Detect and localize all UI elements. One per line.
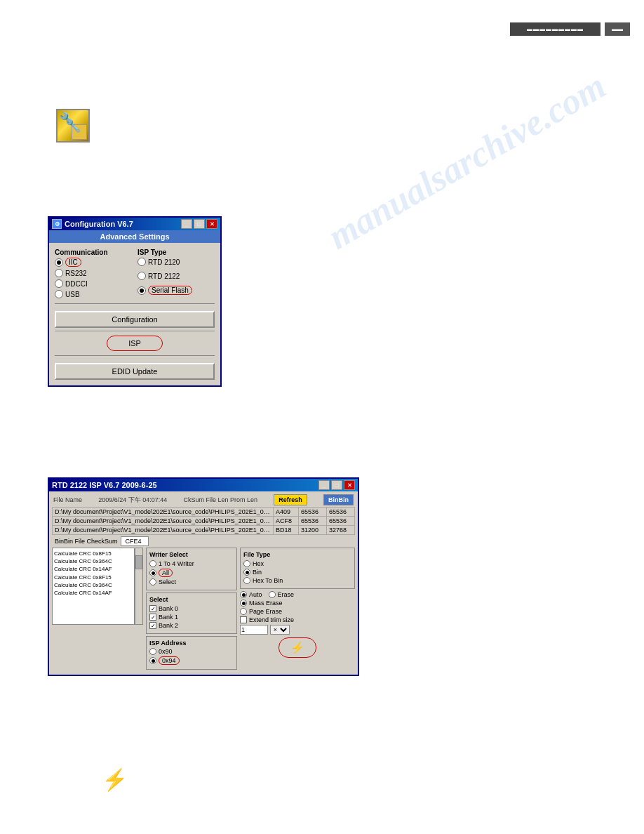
isp-close-btn[interactable]: ✕ [344, 480, 355, 490]
isp-select-section: Select Bank 0 Bank 1 Bank 2 [146, 593, 237, 634]
radio-erase-label: Erase [278, 591, 295, 598]
radio-bin[interactable]: Bin [243, 569, 351, 576]
radio-rtd2120-label: RTD 2120 [148, 258, 180, 266]
isp-bank2-checkbox[interactable] [149, 622, 156, 629]
isp-flash-btn[interactable]: ⚡ [279, 637, 316, 658]
radio-hex-to-bin-label: Hex To Bin [253, 577, 283, 584]
isp-minimize-btn[interactable]: _ [318, 480, 330, 490]
isp-file-type-section: File Type Hex Bin Hex To Bin [240, 548, 355, 589]
radio-all-label: All [159, 569, 173, 577]
radio-auto-circle[interactable] [240, 591, 247, 598]
isp-titlebar-controls: _ □ ✕ [318, 480, 355, 490]
isp-maximize-btn[interactable]: □ [331, 480, 342, 490]
config-comm-isp-row: Communication IIC RS232 DDCCI USB [55, 249, 215, 300]
bottom-icon: ⚡ [102, 767, 128, 792]
isp-bank1-checkbox[interactable] [149, 614, 156, 621]
isp-file-len-0: 65536 [299, 508, 327, 517]
isp-file-path-0: D:\My document\Project\V1_mode\202E1\sou… [53, 508, 274, 517]
radio-rtd2120-circle[interactable] [137, 258, 146, 266]
config-header-text: Advanced Settings [100, 232, 169, 241]
radio-rs232-circle[interactable] [55, 269, 63, 277]
radio-auto-label: Auto [249, 591, 262, 598]
isp-binbin-btn[interactable]: BinBin [323, 494, 354, 505]
radio-usb[interactable]: USB [55, 290, 132, 298]
isp-writer-select-title: Writer Select [149, 551, 234, 558]
radio-all[interactable]: All [149, 569, 234, 577]
radio-serial-flash[interactable]: Serial Flash [137, 286, 215, 295]
config-close-btn[interactable]: ✕ [206, 219, 217, 229]
configuration-window: ⚙ Configuration V6.7 _ □ ✕ Advanced Sett… [48, 216, 222, 387]
top-bar-button-2[interactable]: ▬▬ [605, 22, 630, 36]
isp-refresh-btn[interactable]: Refresh [274, 494, 307, 505]
radio-rtd2122[interactable]: RTD 2122 [137, 272, 215, 280]
isp-writer-select-section: Writer Select 1 To 4 Writer All Select [146, 548, 237, 590]
radio-all-circle[interactable] [149, 569, 156, 576]
radio-iic-circle[interactable] [55, 258, 63, 267]
radio-rtd2120[interactable]: RTD 2120 [137, 258, 215, 266]
config-configuration-btn[interactable]: Configuration [55, 311, 215, 328]
radio-rs232[interactable]: RS232 [55, 269, 132, 277]
radio-page-erase-label: Page Erase [249, 608, 282, 615]
radio-ddcci-circle[interactable] [55, 279, 63, 288]
isp-file-header: File Name 2009/6/24 下午 04:07:44 CkSum Fi… [52, 494, 355, 507]
radio-0x90[interactable]: 0x90 [149, 648, 234, 655]
radio-ddcci-label: DDCCI [65, 280, 88, 288]
radio-select-circle[interactable] [149, 578, 156, 585]
config-isp-type-col: ISP Type RTD 2120 RTD 2122 Serial Flash [137, 249, 215, 300]
isp-bank0-checkbox[interactable] [149, 605, 156, 612]
isp-file-path-1: D:\My document\Project\V1_mode\202E1\sou… [53, 517, 274, 526]
isp-log-scrollbar[interactable] [135, 548, 143, 625]
radio-1to4writer[interactable]: 1 To 4 Writer [149, 560, 234, 567]
isp-page-erase-row: Page Erase [240, 608, 355, 615]
radio-usb-circle[interactable] [55, 290, 63, 298]
isp-left-col: Calculate CRC 0x8F15Calculate CRC 0x364C… [52, 548, 143, 672]
config-maximize-btn[interactable]: □ [194, 219, 205, 229]
isp-size-select[interactable]: × [270, 625, 290, 635]
radio-hex[interactable]: Hex [243, 560, 351, 567]
isp-titlebar: RTD 2122 ISP V6.7 2009-6-25 _ □ ✕ [49, 479, 358, 491]
radio-erase-circle[interactable] [269, 591, 276, 598]
config-minimize-btn[interactable]: _ [181, 219, 192, 229]
config-title-left: ⚙ Configuration V6.7 [52, 219, 133, 229]
radio-0x94[interactable]: 0x94 [149, 656, 234, 665]
checkbox-bank1[interactable]: Bank 1 [149, 614, 234, 621]
isp-log-area: Calculate CRC 0x8F15Calculate CRC 0x364C… [52, 548, 135, 625]
isp-auto-erase-row: Auto Erase [240, 591, 355, 598]
top-bar-button-1[interactable]: ▬▬▬▬▬▬▬▬▬ [510, 22, 601, 36]
config-edid-btn[interactable]: EDID Update [55, 363, 215, 380]
isp-extend-trim-checkbox[interactable] [240, 616, 247, 623]
config-isp-btn-wrap: ISP [55, 336, 215, 351]
isp-size-input[interactable] [240, 625, 268, 635]
isp-address-title: ISP Address [149, 640, 234, 647]
checkbox-bank2[interactable]: Bank 2 [149, 622, 234, 629]
radio-bin-circle[interactable] [243, 569, 250, 576]
radio-0x94-circle[interactable] [149, 657, 156, 664]
radio-ddcci[interactable]: DDCCI [55, 279, 132, 288]
radio-serial-flash-circle[interactable] [137, 286, 146, 295]
isp-log-scroll-thumb[interactable] [135, 555, 142, 569]
config-isp-btn[interactable]: ISP [107, 336, 163, 351]
radio-0x90-label: 0x90 [159, 648, 173, 655]
radio-0x90-circle[interactable] [149, 648, 156, 655]
checkbox-bank0[interactable]: Bank 0 [149, 605, 234, 612]
radio-select[interactable]: Select [149, 578, 234, 585]
isp-cksum-label: CkSum File Len Prom Len [184, 496, 258, 503]
radio-page-erase-circle[interactable] [240, 608, 247, 615]
log-entry: Calculate CRC 0x364C [54, 581, 133, 589]
log-entry: Calculate CRC 0x14AF [54, 565, 133, 573]
radio-hex-circle[interactable] [243, 560, 250, 567]
radio-hex-to-bin[interactable]: Hex To Bin [243, 577, 351, 584]
isp-address-section: ISP Address 0x90 0x94 [146, 636, 237, 670]
isp-file-prom-2: 32768 [327, 526, 355, 535]
config-titlebar: ⚙ Configuration V6.7 _ □ ✕ [49, 218, 220, 230]
app-icon-image: 🔧 [56, 109, 90, 143]
isp-file-row: D:\My document\Project\V1_mode\202E1\sou… [53, 508, 355, 517]
radio-1to4writer-circle[interactable] [149, 560, 156, 567]
log-entry: Calculate CRC 0x14AF [54, 589, 133, 597]
radio-0x94-label: 0x94 [159, 656, 180, 665]
radio-hex-to-bin-circle[interactable] [243, 577, 250, 584]
radio-mass-erase-circle[interactable] [240, 600, 247, 607]
log-entry: Calculate CRC 0x8F15 [54, 574, 133, 581]
radio-iic[interactable]: IIC [55, 258, 132, 267]
radio-rtd2122-circle[interactable] [137, 272, 146, 280]
